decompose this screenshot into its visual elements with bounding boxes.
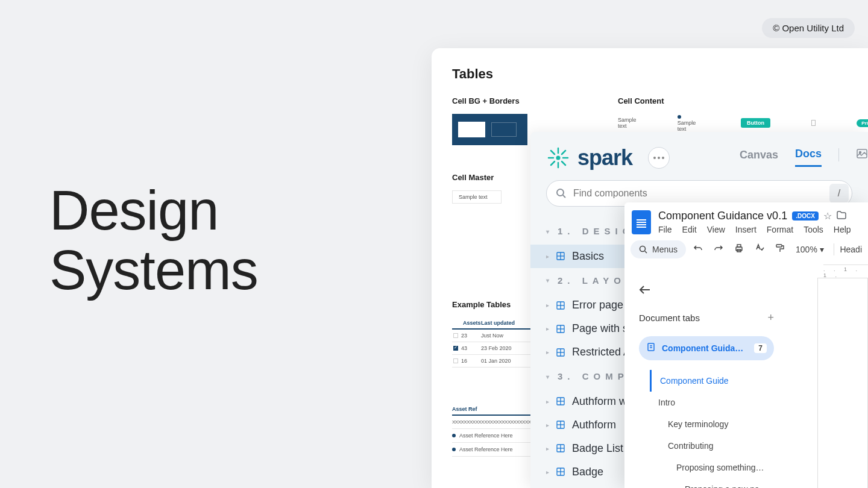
cell-master-box: Sample text bbox=[452, 190, 502, 204]
table-row[interactable]: Asset Reference Here bbox=[452, 443, 542, 457]
hero-title: Design Systems bbox=[49, 181, 258, 301]
chevron-right-icon: ▸ bbox=[546, 349, 549, 355]
checkbox-icon[interactable] bbox=[453, 333, 458, 338]
outline-item[interactable]: Intro bbox=[650, 392, 774, 413]
grid-icon bbox=[556, 444, 565, 452]
menu-view[interactable]: View bbox=[707, 225, 725, 234]
separator bbox=[834, 243, 834, 255]
undo-button[interactable] bbox=[690, 244, 706, 255]
chevron-down-icon: ▾ bbox=[546, 227, 554, 236]
chevron-right-icon: ▸ bbox=[546, 469, 549, 475]
et-header: Assets Last updated bbox=[452, 318, 530, 330]
spark-mark-icon bbox=[546, 146, 570, 170]
add-tab-button[interactable]: + bbox=[767, 311, 774, 324]
figma-title: Tables bbox=[452, 66, 868, 82]
docx-badge: .DOCX bbox=[792, 211, 819, 221]
move-icon[interactable] bbox=[837, 211, 846, 222]
cell-bg-swatch bbox=[452, 114, 527, 145]
gdocs-window: Component Guidance v0.1 .DOCX ☆ File Edi… bbox=[624, 202, 868, 488]
outline-sidebar: Document tabs + Component Guidanc… 7 Com… bbox=[624, 275, 781, 488]
doc-title[interactable]: Component Guidance v0.1 bbox=[658, 210, 787, 222]
svg-point-10 bbox=[658, 157, 660, 159]
document-page[interactable] bbox=[817, 278, 868, 488]
docs-app-icon[interactable] bbox=[632, 210, 651, 234]
dot-icon bbox=[678, 115, 681, 119]
svg-line-5 bbox=[562, 161, 565, 165]
svg-point-14 bbox=[557, 189, 564, 196]
style-select[interactable]: Headi bbox=[840, 245, 862, 254]
print-icon bbox=[734, 243, 744, 253]
ruler[interactable]: . . 1 . 1 . bbox=[823, 264, 868, 275]
example-table-2: Asset Ref XXXXXXXXXXXXXXXXXXXXXXXXXXXXXX… bbox=[452, 404, 542, 457]
menu-insert[interactable]: Insert bbox=[735, 225, 756, 234]
svg-line-6 bbox=[562, 151, 565, 154]
grid-icon bbox=[556, 325, 565, 333]
toolbar: Menus 100%▾ Headi bbox=[624, 236, 868, 264]
chevron-down-icon: ▾ bbox=[546, 276, 554, 285]
cc-button[interactable]: Button bbox=[741, 118, 770, 128]
star-icon[interactable]: ☆ bbox=[823, 210, 832, 222]
search-icon bbox=[639, 245, 647, 254]
print-button[interactable] bbox=[731, 243, 747, 255]
grid-icon bbox=[556, 421, 565, 429]
table-row[interactable]: 4323 Feb 2020 bbox=[452, 342, 530, 355]
chevron-right-icon: ▸ bbox=[546, 422, 549, 428]
back-button[interactable] bbox=[639, 285, 774, 297]
menu-tools[interactable]: Tools bbox=[804, 225, 823, 234]
spellcheck-button[interactable] bbox=[751, 243, 768, 255]
outline-list: Component Guide Intro Key terminology Co… bbox=[639, 370, 774, 488]
tab-docs[interactable]: Docs bbox=[795, 143, 822, 167]
table-row[interactable]: Asset Reference Here bbox=[452, 429, 542, 443]
outline-item[interactable]: Contributing bbox=[650, 435, 774, 457]
redo-button[interactable] bbox=[710, 244, 727, 255]
dot-icon bbox=[452, 434, 456, 437]
chevron-right-icon: ▸ bbox=[546, 398, 549, 405]
spellcheck-icon bbox=[755, 243, 764, 253]
grid-icon bbox=[556, 348, 565, 357]
menu-bar: File Edit View Insert Format Tools Help bbox=[658, 225, 863, 234]
table-row[interactable]: 23Just Now bbox=[452, 330, 530, 342]
cc-checkbox[interactable] bbox=[811, 120, 816, 126]
menus-search[interactable]: Menus bbox=[631, 240, 686, 258]
chip-text: Component Guidanc… bbox=[662, 343, 748, 353]
svg-line-47 bbox=[645, 251, 647, 253]
arrow-left-icon bbox=[639, 285, 651, 295]
grid-icon bbox=[556, 252, 565, 260]
doc-icon bbox=[646, 342, 656, 354]
more-button[interactable] bbox=[648, 147, 670, 169]
chevron-right-icon: ▸ bbox=[546, 253, 549, 260]
checkbox-checked-icon[interactable] bbox=[453, 346, 458, 351]
chip-count: 7 bbox=[754, 343, 767, 353]
image-icon[interactable] bbox=[856, 148, 868, 162]
svg-point-46 bbox=[640, 246, 646, 252]
grid-icon bbox=[556, 468, 565, 476]
checkbox-icon[interactable] bbox=[453, 358, 458, 363]
menu-help[interactable]: Help bbox=[834, 225, 851, 234]
svg-line-4 bbox=[551, 151, 555, 154]
menu-edit[interactable]: Edit bbox=[682, 225, 697, 234]
paint-format-button[interactable] bbox=[772, 243, 788, 255]
outline-item[interactable]: Key terminology bbox=[650, 413, 774, 435]
zoom-select[interactable]: 100%▾ bbox=[792, 245, 828, 254]
outline-item[interactable]: Proposing something… bbox=[650, 457, 774, 478]
tab-canvas[interactable]: Canvas bbox=[740, 144, 778, 166]
cell-content-row: Sample text Sample text Button Primary i bbox=[618, 114, 868, 132]
hero-line1: Design bbox=[49, 181, 258, 240]
chevron-right-icon: ▸ bbox=[546, 302, 549, 308]
redo-icon bbox=[714, 244, 723, 252]
et2-header: Asset Ref bbox=[452, 404, 542, 416]
separator bbox=[838, 148, 839, 161]
undo-icon bbox=[693, 244, 703, 252]
search-icon bbox=[556, 188, 567, 201]
grid-icon bbox=[556, 301, 565, 310]
table-row[interactable]: 1601 Jan 2020 bbox=[452, 355, 530, 368]
outline-item[interactable]: Component Guide bbox=[650, 370, 774, 392]
outline-item[interactable]: Proposing a new pa… bbox=[650, 478, 774, 488]
doc-tab-chip[interactable]: Component Guidanc… 7 bbox=[639, 336, 774, 360]
swatch-white bbox=[458, 122, 485, 137]
menu-file[interactable]: File bbox=[658, 225, 672, 234]
cell-bg-heading: Cell BG + Borders bbox=[452, 96, 527, 105]
menu-format[interactable]: Format bbox=[767, 225, 793, 234]
dot-icon bbox=[452, 448, 456, 451]
svg-rect-49 bbox=[737, 245, 741, 247]
